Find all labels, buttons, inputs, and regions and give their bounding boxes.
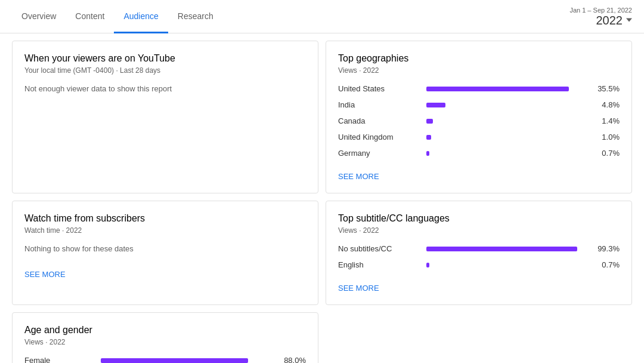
geo-value-india: 4.8% <box>590 100 620 109</box>
geo-see-more[interactable]: SEE MORE <box>338 172 379 181</box>
geo-value-us: 35.5% <box>590 84 620 93</box>
geo-row-us: United States 35.5% <box>338 84 620 93</box>
subtitle-row-none: No subtitles/CC 99.3% <box>338 244 620 253</box>
geo-label-uk: United Kingdom <box>338 133 422 141</box>
watch-time-subtitle: Watch time · 2022 <box>24 226 306 235</box>
age-gender-title: Age and gender <box>24 325 306 336</box>
gender-track-female <box>101 358 268 363</box>
date-picker[interactable]: Jan 1 – Sep 21, 2022 2022 <box>569 6 632 27</box>
tab-overview[interactable]: Overview <box>12 1 66 33</box>
geo-value-canada: 1.4% <box>590 116 620 125</box>
gender-row-female: Female 88.0% <box>24 356 306 363</box>
geo-bar-uk <box>426 135 431 140</box>
subtitle-value-none: 99.3% <box>590 244 620 253</box>
geo-track-us <box>426 87 585 91</box>
age-gender-subtitle: Views · 2022 <box>24 338 306 346</box>
age-gender-card: Age and gender Views · 2022 Female 88.0%… <box>12 312 318 363</box>
viewer-time-empty: Not enough viewer data to show this repo… <box>24 84 306 93</box>
subtitle-label-english: English <box>338 260 422 269</box>
subtitles-title: Top subtitle/CC languages <box>338 213 620 224</box>
watch-time-see-more[interactable]: SEE MORE <box>24 270 66 279</box>
geo-row-india: India 4.8% <box>338 100 620 109</box>
geo-label-india: India <box>338 100 422 109</box>
subtitle-track-none <box>426 247 585 251</box>
subtitle-row-english: English 0.7% <box>338 260 620 269</box>
geo-row-germany: Germany 0.7% <box>338 149 620 158</box>
viewer-time-subtitle: Your local time (GMT -0400) · Last 28 da… <box>24 66 306 75</box>
subtitles-see-more[interactable]: SEE MORE <box>338 284 379 293</box>
tab-content[interactable]: Content <box>66 1 114 33</box>
geo-track-india <box>426 103 585 107</box>
watch-time-empty: Nothing to show for these dates <box>24 244 306 253</box>
subtitle-label-none: No subtitles/CC <box>338 244 422 253</box>
viewer-time-card: When your viewers are on YouTube Your lo… <box>12 41 318 193</box>
geo-row-uk: United Kingdom 1.0% <box>338 133 620 141</box>
tab-audience[interactable]: Audience <box>114 1 168 33</box>
main-content: When your viewers are on YouTube Your lo… <box>0 33 644 363</box>
subtitle-value-english: 0.7% <box>590 260 620 269</box>
geo-bar-india <box>426 103 445 107</box>
gender-value-female: 88.0% <box>273 356 306 363</box>
viewer-time-title: When your viewers are on YouTube <box>24 53 306 64</box>
gender-bar-female <box>101 358 248 363</box>
gender-label-female: Female <box>24 356 96 363</box>
top-subtitles-card: Top subtitle/CC languages Views · 2022 N… <box>326 201 632 305</box>
geo-bar-germany <box>426 151 429 156</box>
geo-track-canada <box>426 119 585 124</box>
subtitle-bar-english <box>426 263 429 267</box>
tab-research[interactable]: Research <box>168 1 223 33</box>
geo-bar-us <box>426 87 569 91</box>
top-geo-title: Top geographies <box>338 53 620 64</box>
geo-label-us: United States <box>338 84 422 93</box>
geo-label-canada: Canada <box>338 116 422 125</box>
date-year: 2022 <box>569 13 632 27</box>
top-geo-subtitle: Views · 2022 <box>338 66 620 75</box>
watch-time-title: Watch time from subscribers <box>24 213 306 224</box>
subtitle-bar-none <box>426 247 577 251</box>
date-range-label: Jan 1 – Sep 21, 2022 <box>569 6 632 13</box>
geo-row-canada: Canada 1.4% <box>338 116 620 125</box>
geo-track-uk <box>426 135 585 140</box>
top-navigation: Overview Content Audience Research Jan 1… <box>0 0 644 33</box>
watch-time-card: Watch time from subscribers Watch time ·… <box>12 201 318 305</box>
geo-value-germany: 0.7% <box>590 149 620 158</box>
subtitles-subtitle: Views · 2022 <box>338 226 620 235</box>
geo-bar-canada <box>426 119 433 124</box>
top-geo-card: Top geographies Views · 2022 United Stat… <box>326 41 632 193</box>
geo-value-uk: 1.0% <box>590 133 620 141</box>
geo-track-germany <box>426 151 585 156</box>
chevron-down-icon <box>626 19 632 22</box>
subtitle-track-english <box>426 263 585 267</box>
geo-label-germany: Germany <box>338 149 422 158</box>
